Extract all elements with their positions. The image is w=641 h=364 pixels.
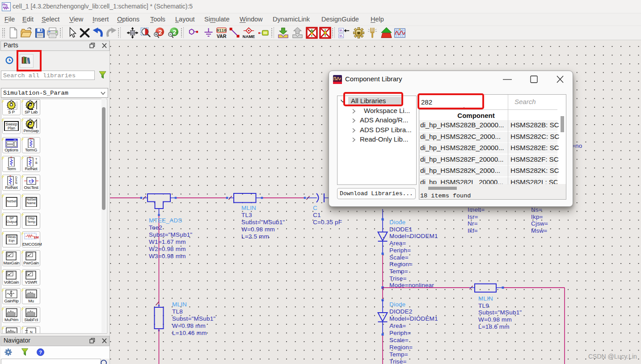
svg-text:NdSet: NdSet bbox=[7, 199, 17, 203]
svg-text:Subst="MSub1": Subst="MSub1" bbox=[241, 219, 285, 226]
svg-text:Isr=: Isr= bbox=[468, 213, 478, 220]
svg-text:Temp: Temp bbox=[27, 220, 35, 224]
svg-text:Cjsw=: Cjsw= bbox=[531, 220, 548, 227]
svg-text:Tee2: Tee2 bbox=[149, 224, 162, 231]
svg-text:B: B bbox=[35, 161, 38, 164]
svg-text:W=0.98 mm: W=0.98 mm bbox=[478, 316, 512, 323]
svg-text:C=0.35 pF: C=0.35 pF bbox=[313, 219, 342, 226]
svg-text:Area=: Area= bbox=[389, 322, 406, 329]
svg-text:C: C bbox=[313, 205, 317, 211]
svg-text:Trise=: Trise= bbox=[389, 358, 407, 364]
svg-text:Subst="MSub1": Subst="MSub1" bbox=[478, 309, 522, 316]
svg-text:Trise=: Trise= bbox=[389, 275, 407, 282]
svg-text:Area=: Area= bbox=[389, 240, 406, 247]
svg-text:Msw=: Msw= bbox=[531, 227, 547, 234]
svg-text:MLIN: MLIN bbox=[172, 301, 187, 308]
svg-text:EM: EM bbox=[34, 236, 39, 239]
svg-text:W=0.98 mm: W=0.98 mm bbox=[172, 322, 206, 329]
svg-text:VAR: VAR bbox=[217, 33, 227, 39]
svg-text:Name: Name bbox=[26, 201, 35, 205]
svg-text:MTEE_ADS: MTEE_ADS bbox=[149, 217, 182, 224]
svg-text:MLIN: MLIN bbox=[478, 295, 493, 302]
svg-text:N: N bbox=[15, 181, 17, 184]
svg-text:TL8: TL8 bbox=[172, 308, 183, 315]
svg-text:W1=1.67 mm: W1=1.67 mm bbox=[149, 238, 186, 245]
svg-text:Imelt=: Imelt= bbox=[468, 206, 485, 213]
svg-text:Plan: Plan bbox=[7, 126, 15, 130]
svg-text:C1: C1 bbox=[313, 212, 321, 218]
svg-text:DIODE1: DIODE1 bbox=[389, 226, 412, 233]
svg-text:Scale=: Scale= bbox=[389, 337, 409, 343]
svg-text:Diode: Diode bbox=[389, 301, 405, 308]
svg-text:Scale=: Scale= bbox=[389, 254, 409, 261]
svg-text:Ikf=: Ikf= bbox=[468, 227, 478, 234]
svg-text:T: T bbox=[35, 158, 38, 161]
svg-text:Subst="MSub1": Subst="MSub1" bbox=[149, 231, 192, 238]
svg-text:2: 2 bbox=[173, 29, 176, 36]
svg-text:Ikp=: Ikp= bbox=[531, 213, 543, 220]
svg-text:?: ? bbox=[39, 350, 42, 355]
svg-text:Temp=: Temp= bbox=[389, 351, 408, 358]
svg-text:TL3: TL3 bbox=[241, 212, 252, 218]
svg-text:MLIN: MLIN bbox=[241, 205, 256, 211]
svg-text:Region=: Region= bbox=[389, 261, 413, 268]
svg-text:W3=0.98 mm: W3=0.98 mm bbox=[149, 253, 186, 259]
svg-text:Subst="MSub1": Subst="MSub1" bbox=[172, 315, 215, 322]
svg-text:Periph=: Periph= bbox=[389, 330, 411, 336]
svg-text:W=0.98 mm: W=0.98 mm bbox=[241, 226, 275, 233]
svg-text:Ns=: Ns= bbox=[531, 206, 542, 213]
svg-text:Mode=nonlinear: Mode=nonlinear bbox=[389, 282, 434, 289]
svg-text:Diode: Diode bbox=[389, 219, 405, 226]
svg-text:Model=DIODEM1: Model=DIODEM1 bbox=[389, 233, 438, 239]
svg-text:Eqn: Eqn bbox=[8, 238, 14, 243]
svg-text:L=18.6 mm: L=18.6 mm bbox=[478, 323, 510, 330]
svg-text:Output: Output bbox=[6, 220, 17, 224]
svg-text:L=10.46 mm: L=10.46 mm bbox=[172, 330, 207, 336]
svg-text:Model=DIODEM1: Model=DIODEM1 bbox=[389, 315, 438, 322]
svg-text:=no: =no bbox=[572, 142, 582, 149]
svg-text:TL9: TL9 bbox=[478, 302, 489, 309]
svg-text:Periph=: Periph= bbox=[389, 247, 411, 254]
svg-text:Nr=: Nr= bbox=[468, 220, 478, 227]
svg-text:2: 2 bbox=[158, 29, 162, 36]
svg-text:Temp=: Temp= bbox=[389, 268, 408, 275]
svg-text:W2=0.98 mm: W2=0.98 mm bbox=[149, 246, 186, 252]
svg-text:0110: 0110 bbox=[217, 28, 227, 33]
svg-text:DIODE2: DIODE2 bbox=[389, 308, 412, 315]
svg-text:NAME: NAME bbox=[243, 34, 255, 39]
svg-text:N: N bbox=[30, 330, 33, 334]
svg-text:L=2.5 mm: L=2.5 mm bbox=[241, 233, 269, 240]
svg-text:Region=: Region= bbox=[389, 344, 413, 351]
